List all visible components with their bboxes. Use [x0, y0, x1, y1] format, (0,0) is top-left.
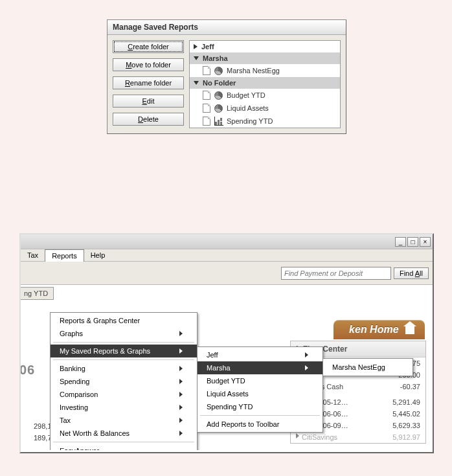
document-icon — [203, 91, 210, 100]
collapse-icon[interactable] — [194, 56, 199, 60]
menu-item-investing[interactable]: Investing — [51, 401, 197, 414]
report-label: Liquid Assets — [227, 104, 269, 112]
minimize-button[interactable]: _ — [395, 237, 406, 247]
tree-folder-marsha[interactable]: Marsha — [190, 52, 340, 64]
menu-item-banking[interactable]: Banking — [51, 362, 197, 375]
submenu-arrow-icon — [179, 392, 183, 397]
reports-menu: Reports & Graphs Center Graphs My Saved … — [50, 312, 198, 450]
submenu-arrow-icon — [179, 331, 183, 336]
submenu-item-marsha[interactable]: Marsha — [198, 361, 322, 374]
document-icon — [203, 66, 210, 75]
delete-button[interactable]: Delete — [113, 113, 184, 126]
submenu-item-jeff[interactable]: Jeff — [198, 348, 322, 361]
menu-help[interactable]: Help — [84, 249, 112, 261]
menu-item-tax[interactable]: Tax — [51, 414, 197, 427]
submenu-arrow-icon — [179, 418, 183, 423]
main-app-window: _ □ × Tax Reports Help Find All ng YTD 0… — [19, 233, 434, 453]
marsha-submenu: Marsha NestEgg — [322, 358, 413, 376]
dialog-title: Manage Saved Reports — [107, 20, 346, 35]
pie-chart-icon — [214, 104, 223, 113]
tree-folder-jeff[interactable]: Jeff — [190, 41, 340, 52]
home-icon — [405, 326, 414, 334]
expand-icon[interactable] — [194, 44, 198, 49]
toolbar: Find All — [21, 262, 433, 285]
saved-reports-submenu: Jeff Marsha Budget YTD Liquid Assets Spe… — [197, 346, 323, 433]
menu-item-comparison[interactable]: Comparison — [51, 388, 197, 401]
date-display: 06 — [21, 363, 35, 378]
home-tab[interactable]: ken Home — [333, 320, 425, 339]
account-row[interactable]: CitiSavings5,912.97 — [291, 431, 425, 443]
titlebar: _ □ × — [21, 234, 433, 249]
expand-icon — [296, 433, 299, 438]
report-label: Budget YTD — [227, 91, 266, 99]
close-button[interactable]: × — [420, 237, 431, 247]
edit-button[interactable]: Edit — [113, 95, 184, 108]
bar-chart-icon — [214, 117, 223, 126]
menu-reports[interactable]: Reports — [45, 249, 84, 262]
menu-item-graphs[interactable]: Graphs — [51, 327, 197, 340]
menu-item-easyanswer[interactable]: EasyAnswer — [51, 444, 197, 450]
menu-bar: Tax Reports Help — [21, 249, 433, 262]
submenu-item-liquid-assets[interactable]: Liquid Assets — [198, 387, 322, 400]
find-all-button[interactable]: Find All — [394, 267, 429, 279]
move-to-folder-button[interactable]: Move to folder — [113, 58, 184, 71]
submenu-item-add-to-toolbar[interactable]: Add Reports to Toolbar — [198, 418, 322, 431]
submenu-item-spending-ytd[interactable]: Spending YTD — [198, 400, 322, 413]
report-tab[interactable]: ng YTD — [21, 287, 54, 300]
submenu-arrow-icon — [179, 405, 183, 410]
submenu-arrow-icon — [305, 352, 308, 357]
document-icon — [203, 104, 210, 113]
folder-label: No Folder — [203, 79, 236, 87]
pie-chart-icon — [214, 91, 223, 100]
folder-label: Jeff — [201, 43, 214, 51]
menu-item-spending[interactable]: Spending — [51, 375, 197, 388]
report-label: Spending YTD — [227, 117, 273, 125]
tree-item[interactable]: Spending YTD — [190, 115, 340, 128]
manage-saved-reports-dialog: Manage Saved Reports Create folder Move … — [107, 19, 346, 134]
menu-tax[interactable]: Tax — [21, 249, 45, 261]
rename-folder-button[interactable]: Rename folder — [113, 76, 184, 89]
submenu-item-marsha-nestegg[interactable]: Marsha NestEgg — [323, 360, 412, 374]
create-folder-button[interactable]: Create folder — [113, 40, 184, 53]
pie-chart-icon — [214, 67, 223, 75]
maximize-button[interactable]: □ — [407, 237, 418, 247]
menu-item-reports-center[interactable]: Reports & Graphs Center — [51, 314, 197, 327]
reports-tree[interactable]: Jeff Marsha Marsha NestEgg No Folder Bud… — [189, 40, 341, 128]
document-icon — [203, 117, 210, 126]
submenu-arrow-icon — [179, 348, 183, 354]
folder-label: Marsha — [203, 54, 228, 62]
tree-item[interactable]: Liquid Assets — [190, 102, 340, 115]
home-label: ken Home — [349, 324, 398, 335]
tree-item[interactable]: Marsha NestEgg — [190, 64, 340, 77]
tree-folder-nofolder[interactable]: No Folder — [190, 77, 340, 89]
tree-item[interactable]: Budget YTD — [190, 89, 340, 102]
submenu-arrow-icon — [179, 379, 183, 384]
submenu-arrow-icon — [179, 431, 183, 436]
menu-item-networth[interactable]: Net Worth & Balances — [51, 427, 197, 440]
report-label: Marsha NestEgg — [227, 67, 280, 74]
search-input[interactable] — [281, 267, 391, 280]
submenu-arrow-icon — [305, 365, 308, 370]
menu-item-my-saved[interactable]: My Saved Reports & Graphs — [51, 345, 197, 357]
submenu-arrow-icon — [179, 366, 183, 371]
submenu-item-budget-ytd[interactable]: Budget YTD — [198, 374, 322, 387]
collapse-icon[interactable] — [194, 81, 199, 85]
